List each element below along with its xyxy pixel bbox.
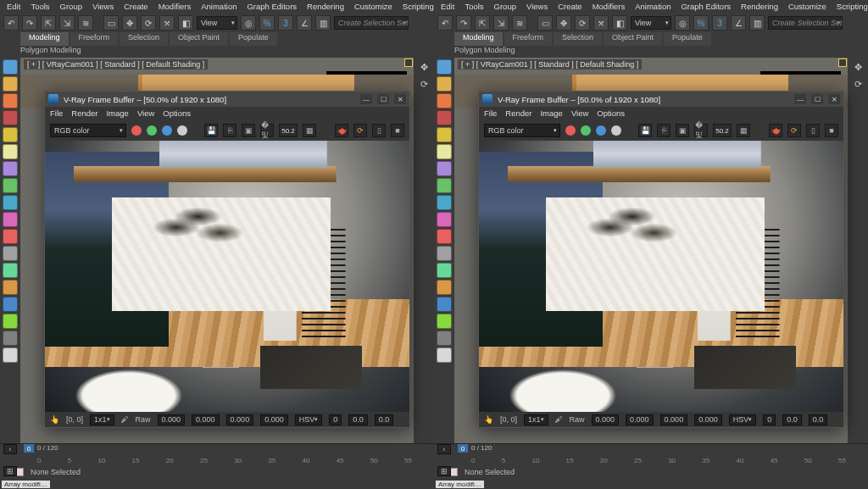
- viewport-label[interactable]: [ + ] [ VRayCam001 ] [ Standard ] [ Defa…: [24, 59, 208, 69]
- menu-tools[interactable]: Tools: [465, 2, 483, 12]
- selection-set-dropdown[interactable]: Create Selection Set: [334, 16, 409, 30]
- pivot-icon[interactable]: ◎: [675, 15, 690, 31]
- vray-tool-6-icon[interactable]: [437, 161, 452, 176]
- ipr-icon[interactable]: ⟳: [353, 124, 367, 137]
- pivot-icon[interactable]: ◎: [241, 15, 256, 31]
- viewport[interactable]: [ + ] [ VRayCam001 ] [ Standard ] [ Defa…: [20, 58, 414, 443]
- mono-channel-toggle[interactable]: [177, 125, 187, 136]
- tab-populate[interactable]: Populate: [664, 32, 711, 46]
- cmd-orbit-icon[interactable]: ⟳: [850, 76, 865, 92]
- blue-channel-toggle[interactable]: [596, 125, 606, 136]
- grid-aa-icon[interactable]: ▦: [737, 124, 750, 137]
- tab-objectpaint[interactable]: Object Paint: [170, 32, 228, 46]
- vray-tool-13-icon[interactable]: [3, 280, 18, 295]
- timeline-cfg-icon[interactable]: ‹: [3, 444, 17, 454]
- spinner-snap-icon[interactable]: ▥: [749, 15, 765, 31]
- rotate-icon[interactable]: ⟳: [141, 15, 156, 31]
- vray-tool-8-icon[interactable]: [3, 195, 18, 210]
- coord-sys-dropdown[interactable]: View: [197, 16, 237, 30]
- menu-animation[interactable]: Animation: [201, 2, 236, 12]
- vray-tool-14-icon[interactable]: [3, 297, 18, 312]
- vfb-menu-options[interactable]: Options: [597, 108, 625, 119]
- vray-tool-11-icon[interactable]: [437, 246, 452, 261]
- green-channel-toggle[interactable]: [147, 125, 157, 136]
- timeline-ruler[interactable]: 0 5 10 15 20 25 30 35 40 45 50 55: [37, 457, 412, 464]
- ipr-icon[interactable]: ⟳: [787, 124, 801, 137]
- vfb-titlebar[interactable]: V-Ray Frame Buffer – [50.0% of 1920 x 10…: [45, 92, 409, 107]
- vfb-image-area[interactable]: [45, 141, 409, 412]
- angle-snap-icon[interactable]: ∠: [297, 15, 312, 31]
- bind-icon[interactable]: ≋: [78, 15, 93, 31]
- vray-tool-10-icon[interactable]: [3, 229, 18, 244]
- color-mode-dd[interactable]: HSV: [729, 414, 757, 425]
- tab-modeling[interactable]: Modeling: [454, 32, 503, 46]
- region-icon[interactable]: ▣: [676, 124, 689, 137]
- vray-tool-2-icon[interactable]: [437, 93, 452, 108]
- menu-create[interactable]: Create: [558, 2, 582, 12]
- redo-icon[interactable]: ↷: [456, 15, 471, 31]
- link-icon[interactable]: ⇱: [475, 15, 490, 31]
- menu-customize[interactable]: Customize: [788, 2, 826, 12]
- grid-aa-icon[interactable]: ▦: [303, 124, 316, 137]
- time-slider-handle[interactable]: 0: [24, 444, 34, 453]
- green-channel-toggle[interactable]: [581, 125, 591, 136]
- link-render-icon[interactable]: ⎘: [223, 124, 236, 137]
- tab-selection[interactable]: Selection: [554, 32, 602, 46]
- tab-populate[interactable]: Populate: [230, 32, 277, 46]
- cmd-orbit-icon[interactable]: ⟳: [416, 76, 431, 92]
- minimize-button[interactable]: —: [794, 94, 806, 104]
- cmd-pan-icon[interactable]: ✥: [416, 59, 431, 75]
- timeline[interactable]: ‹ 0 0 / 120 ⊞ 0 5 10 15 20 25 30 35 40 4…: [434, 443, 868, 465]
- stop-icon[interactable]: ▯: [806, 124, 820, 137]
- zoom-readout[interactable]: 50.2: [279, 124, 298, 137]
- rotate-icon[interactable]: ⟳: [575, 15, 590, 31]
- menu-group[interactable]: Group: [60, 2, 82, 12]
- vray-tool-5-icon[interactable]: [437, 144, 452, 159]
- vfb-menu-view[interactable]: View: [137, 108, 154, 119]
- region-icon[interactable]: ▣: [242, 124, 255, 137]
- menu-rendering[interactable]: Rendering: [741, 2, 778, 12]
- mono-channel-toggle[interactable]: [611, 125, 621, 136]
- vray-tool-3-icon[interactable]: [3, 110, 18, 125]
- menu-tools[interactable]: Tools: [31, 2, 49, 12]
- scale-icon[interactable]: ⤧: [159, 15, 175, 31]
- render-last-icon[interactable]: 🫖: [335, 124, 348, 137]
- timeline-ruler[interactable]: 0 5 10 15 20 25 30 35 40 45 50 55: [471, 457, 846, 464]
- menu-grapheditors[interactable]: Graph Editors: [681, 2, 731, 12]
- menu-views[interactable]: Views: [92, 2, 114, 12]
- key-mode-icon[interactable]: ⊞: [437, 466, 451, 476]
- menu-create[interactable]: Create: [124, 2, 148, 12]
- link-icon[interactable]: ⇱: [41, 15, 56, 31]
- undo-icon[interactable]: ↶: [3, 15, 19, 31]
- percent-snap-icon[interactable]: %: [693, 15, 709, 31]
- select-icon[interactable]: ▭: [103, 15, 119, 31]
- menu-modifiers[interactable]: Modifiers: [159, 2, 192, 12]
- placement-icon[interactable]: ◧: [612, 15, 627, 31]
- vray-tool-6-icon[interactable]: [3, 161, 18, 176]
- angle-snap-icon[interactable]: ∠: [731, 15, 746, 31]
- vfb-titlebar[interactable]: V-Ray Frame Buffer – [50.0% of 1920 x 10…: [479, 92, 843, 107]
- vray-tool-14-icon[interactable]: [437, 297, 452, 312]
- vray-frame-buffer-window[interactable]: V-Ray Frame Buffer – [50.0% of 1920 x 10…: [44, 91, 410, 428]
- vray-tool-1-icon[interactable]: [3, 76, 18, 92]
- red-channel-toggle[interactable]: [565, 125, 576, 136]
- timeline[interactable]: ‹ 0 0 / 120 ⊞ 0 5 10 15 20 25 30 35 40 4…: [0, 443, 434, 465]
- vray-tool-10-icon[interactable]: [437, 229, 452, 244]
- move-icon[interactable]: ✥: [122, 15, 137, 31]
- vfb-image-area[interactable]: [479, 141, 843, 412]
- color-mode-dd[interactable]: HSV: [295, 414, 323, 425]
- tab-selection[interactable]: Selection: [120, 32, 168, 46]
- move-icon[interactable]: ✥: [556, 15, 571, 31]
- vray-frame-buffer-window[interactable]: V-Ray Frame Buffer – [50.0% of 1920 x 10…: [478, 91, 844, 428]
- save-icon[interactable]: 💾: [638, 124, 652, 137]
- menu-scripting[interactable]: Scripting: [403, 2, 434, 12]
- region-mode-icon[interactable]: 1x1: [90, 414, 114, 425]
- vray-tool-16-icon[interactable]: [437, 331, 452, 346]
- minimize-button[interactable]: —: [360, 94, 372, 104]
- tab-objectpaint[interactable]: Object Paint: [604, 32, 662, 46]
- pick-icon[interactable]: �및: [694, 124, 708, 137]
- unlink-icon[interactable]: ⇲: [59, 15, 75, 31]
- close-button[interactable]: ✕: [394, 94, 406, 104]
- bind-icon[interactable]: ≋: [512, 15, 527, 31]
- viewport[interactable]: [ + ] [ VRayCam001 ] [ Standard ] [ Defa…: [454, 58, 848, 443]
